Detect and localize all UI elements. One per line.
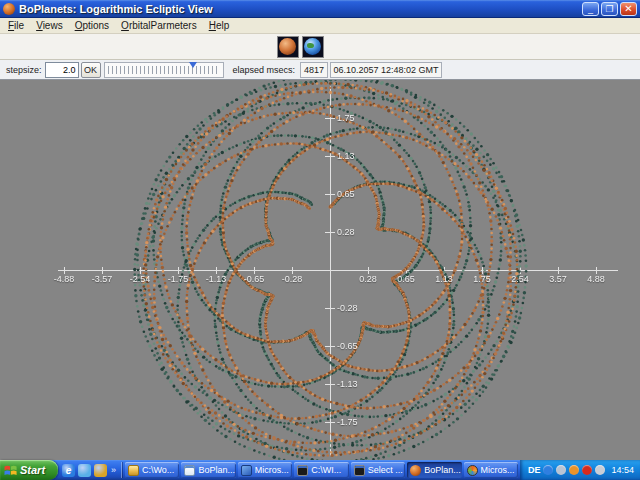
- mars-icon: [279, 38, 296, 55]
- y-axis-tick-label: -1.75: [337, 417, 358, 427]
- earth-view-button[interactable]: [302, 36, 324, 58]
- y-axis-tick-label: -1.13: [337, 379, 358, 389]
- title-bar: BoPlanets: Logarithmic Ecliptic View _ ❐…: [0, 0, 640, 18]
- taskbar-task-button[interactable]: Micros...: [238, 462, 292, 478]
- taskbar-task-button[interactable]: C:\WI...: [294, 462, 348, 478]
- x-axis-tick-label: -0.28: [282, 274, 303, 284]
- x-axis-tick-label: 4.88: [587, 274, 605, 284]
- quicklaunch-overflow-chevron[interactable]: »: [111, 465, 116, 475]
- elapsed-label: elapsed msecs:: [230, 62, 299, 78]
- stepsize-label: stepsize:: [3, 62, 45, 78]
- minimize-button[interactable]: _: [582, 2, 599, 16]
- menu-item-file[interactable]: File: [2, 19, 30, 32]
- x-axis-tick-label: 0.28: [359, 274, 377, 284]
- y-axis-tick-label: 1.75: [337, 113, 355, 123]
- system-tray: DE 14:54: [520, 460, 640, 480]
- start-label: Start: [20, 464, 45, 476]
- ok-button[interactable]: OK: [81, 62, 101, 78]
- menu-bar: FileViewsOptionsOrbitalParmetersHelp: [0, 18, 640, 34]
- tray-icon-input-switcher[interactable]: [543, 465, 553, 475]
- x-axis-tick-label: 2.54: [511, 274, 529, 284]
- earth-icon: [304, 38, 321, 55]
- menu-item-views[interactable]: Views: [30, 19, 69, 32]
- maximize-button[interactable]: ❐: [601, 2, 618, 16]
- task-button-label: BoPlan...: [424, 465, 461, 475]
- x-axis-tick-label: 0.65: [397, 274, 415, 284]
- document-icon: [184, 465, 195, 476]
- task-button-label: C:\Wo...: [142, 465, 174, 475]
- boplanets-window: BoPlanets: Logarithmic Ecliptic View _ ❐…: [0, 0, 640, 480]
- x-axis-tick-label: -1.13: [206, 274, 227, 284]
- taskbar-task-button[interactable]: Select ...: [351, 462, 405, 478]
- sim-datetime: 06.10.2057 12:48:02 GMT: [330, 62, 442, 78]
- y-axis-tick-label: -0.65: [337, 341, 358, 351]
- internet-explorer-icon[interactable]: e: [62, 464, 75, 477]
- y-axis-tick-label: 0.28: [337, 227, 355, 237]
- stepsize-input[interactable]: [45, 62, 79, 78]
- media-icon: [467, 465, 478, 476]
- planet-icon: [410, 465, 421, 476]
- tray-icon-volume[interactable]: [595, 465, 605, 475]
- task-button-label: Micros...: [481, 465, 515, 475]
- x-axis-tick-label: 3.57: [549, 274, 567, 284]
- taskbar-separator: [121, 462, 122, 478]
- taskbar: Start e» C:\Wo...BoPlan...Micros...C:\WI…: [0, 460, 640, 480]
- y-axis-tick-label: 1.13: [337, 151, 355, 161]
- menu-item-orbitalparmeters[interactable]: OrbitalParmeters: [115, 19, 203, 32]
- y-axis-tick-label: 0.65: [337, 189, 355, 199]
- task-button-label: BoPlan...: [198, 465, 235, 475]
- time-slider[interactable]: [104, 62, 224, 78]
- orbit-view: -4.88-3.57-2.54-1.75-1.13-0.65-0.280.280…: [0, 80, 640, 460]
- windows-flag-icon: [4, 464, 17, 477]
- language-indicator[interactable]: DE: [528, 465, 541, 475]
- app-planet-icon: [3, 3, 15, 15]
- orbit-plot-canvas[interactable]: [0, 80, 640, 460]
- x-axis-tick-label: -0.65: [244, 274, 265, 284]
- taskbar-clock: 14:54: [611, 465, 634, 475]
- menu-item-help[interactable]: Help: [203, 19, 236, 32]
- messenger-icon[interactable]: [78, 464, 91, 477]
- tray-icon-display[interactable]: [556, 465, 566, 475]
- elapsed-value: 4817: [300, 62, 328, 78]
- x-axis-tick-label: 1.75: [473, 274, 491, 284]
- folder-icon: [128, 465, 139, 476]
- window-title: BoPlanets: Logarithmic Ecliptic View: [19, 3, 582, 15]
- taskbar-task-button[interactable]: BoPlan...: [407, 462, 461, 478]
- taskbar-task-button[interactable]: Micros...: [464, 462, 518, 478]
- task-buttons: C:\Wo...BoPlan...Micros...C:\WI...Select…: [123, 460, 520, 480]
- icon-toolbar: [0, 34, 640, 60]
- start-button[interactable]: Start: [0, 460, 58, 480]
- x-axis-tick-label: 1.13: [435, 274, 453, 284]
- task-button-label: Select ...: [368, 465, 403, 475]
- control-bar: stepsize: OK elapsed msecs: 4817 06.10.2…: [0, 60, 640, 80]
- quick-launch: e»: [58, 460, 120, 480]
- console-icon: [354, 465, 365, 476]
- task-button-label: Micros...: [255, 465, 289, 475]
- word-icon: [241, 465, 252, 476]
- slider-marker[interactable]: [189, 62, 197, 68]
- tray-icon-antivirus[interactable]: [582, 465, 592, 475]
- console-icon: [297, 465, 308, 476]
- x-axis-tick-label: -2.54: [130, 274, 151, 284]
- taskbar-task-button[interactable]: BoPlan...: [181, 462, 235, 478]
- x-axis-tick-label: -3.57: [92, 274, 113, 284]
- tray-icon-updates[interactable]: [569, 465, 579, 475]
- desktop-icon[interactable]: [94, 464, 107, 477]
- slider-ticks: [108, 66, 220, 74]
- y-axis-tick-label: -0.28: [337, 303, 358, 313]
- x-axis-tick-label: -4.88: [54, 274, 75, 284]
- taskbar-task-button[interactable]: C:\Wo...: [125, 462, 179, 478]
- menu-item-options[interactable]: Options: [69, 19, 115, 32]
- x-axis-tick-label: -1.75: [168, 274, 189, 284]
- mars-view-button[interactable]: [277, 36, 299, 58]
- close-button[interactable]: ✕: [620, 2, 637, 16]
- task-button-label: C:\WI...: [311, 465, 341, 475]
